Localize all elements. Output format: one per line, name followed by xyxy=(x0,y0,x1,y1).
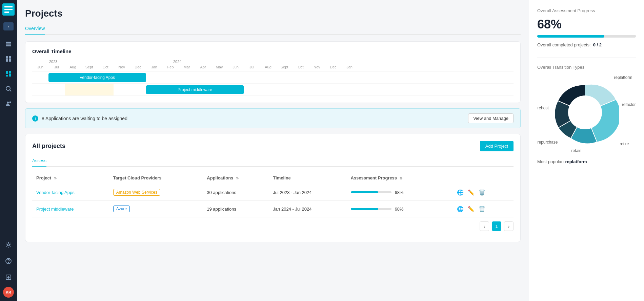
sidebar-item-dashboard[interactable] xyxy=(2,52,15,66)
sub-tab-bar: Assess xyxy=(32,155,514,167)
svg-rect-5 xyxy=(6,44,11,45)
svg-rect-12 xyxy=(9,71,11,73)
view-manage-button[interactable]: View and Manage xyxy=(468,113,514,123)
info-banner-left: i 8 Applications are waiting to be assig… xyxy=(32,115,127,122)
next-page-button[interactable]: › xyxy=(504,221,514,231)
right-panel: Overall Assessment Progress 68% Overall … xyxy=(529,0,644,301)
col-header-providers: Target Cloud Providers xyxy=(109,172,203,184)
sidebar-item-help[interactable] xyxy=(2,254,15,268)
sort-icon-apps[interactable]: ⇅ xyxy=(236,176,239,180)
info-icon: i xyxy=(32,115,38,122)
label-retire: retire xyxy=(620,142,629,146)
gantt-bar-middleware: Project middleware xyxy=(146,85,244,94)
sidebar-item-projects[interactable] xyxy=(2,67,15,81)
progress-cell-middleware: 68% xyxy=(347,201,453,217)
project-name-cell: Project middleware xyxy=(32,201,109,217)
gantt-bar-vendor: Vendor-facing Apps xyxy=(48,73,146,82)
project-name-cell: Vendor-facing Apps xyxy=(32,184,109,201)
sidebar-item-users[interactable] xyxy=(2,97,15,110)
tab-overview[interactable]: Overview xyxy=(25,23,45,35)
sidebar-item-search[interactable] xyxy=(2,82,15,95)
assessment-title: Overall Assessment Progress xyxy=(537,8,636,13)
assessment-percentage: 68% xyxy=(537,17,636,31)
user-avatar[interactable]: KR xyxy=(3,287,14,298)
project-link-vendor[interactable]: Vendor-facing Apps xyxy=(36,190,75,195)
month-headers: Jun Jul Aug Sept Oct Nov Dec Jan Feb Mar… xyxy=(32,64,514,71)
completed-label: Overall completed projects: 0 / 2 xyxy=(537,42,636,47)
svg-rect-11 xyxy=(6,71,8,74)
col-header-timeline: Timeline xyxy=(269,172,346,184)
add-project-button[interactable]: Add Project xyxy=(480,141,514,151)
pagination: ‹ 1 › xyxy=(32,217,514,235)
sidebar-item-settings[interactable] xyxy=(2,238,15,252)
timeline-title: Overall Timeline xyxy=(32,48,514,54)
provider-cell-vendor: Amazon Web Services xyxy=(109,184,203,201)
applications-cell-middleware: 19 applications xyxy=(203,201,269,217)
transition-section: Overall Transition Types xyxy=(537,65,636,164)
overall-progress-fill xyxy=(537,35,604,38)
sub-tab-assess[interactable]: Assess xyxy=(32,155,46,167)
table-row: Project middleware Azure 19 applications… xyxy=(32,201,514,217)
timeline-card: Overall Timeline 2023 2024 Jun Jul Aug S… xyxy=(25,41,521,103)
col-header-progress: Assessment Progress ⇅ xyxy=(347,172,453,184)
project-link-middleware[interactable]: Project middleware xyxy=(36,207,74,212)
svg-rect-10 xyxy=(9,59,11,62)
avatar-initials: KR xyxy=(6,290,11,294)
app-logo[interactable] xyxy=(2,3,15,16)
panel-divider xyxy=(537,58,636,58)
sidebar-item-layers[interactable] xyxy=(2,37,15,51)
svg-rect-7 xyxy=(6,56,8,59)
provider-tag-aws: Amazon Web Services xyxy=(113,189,160,196)
sidebar-bottom: KR xyxy=(2,238,15,298)
sidebar: › xyxy=(0,0,17,301)
chevron-right-icon: › xyxy=(8,24,9,29)
year-row: 2023 2024 xyxy=(32,60,514,64)
year-2024: 2024 xyxy=(146,60,358,64)
svg-rect-2 xyxy=(4,9,13,10)
svg-rect-9 xyxy=(6,59,8,62)
progress-pct-middleware: 68% xyxy=(395,207,407,212)
prev-page-button[interactable]: ‹ xyxy=(480,221,489,231)
most-popular-label: Most popular: replatform xyxy=(537,159,636,164)
actions-cell-vendor: 🌐 ✏️ 🗑️ xyxy=(453,184,514,201)
view-icon-middleware[interactable]: 🌐 xyxy=(457,206,464,212)
table-body: Vendor-facing Apps Amazon Web Services 3… xyxy=(32,184,514,217)
sort-icon-progress[interactable]: ⇅ xyxy=(400,176,402,180)
actions-cell-middleware: 🌐 ✏️ 🗑️ xyxy=(453,201,514,217)
projects-card: All projects Add Project Assess Project … xyxy=(25,134,521,242)
current-page-button[interactable]: 1 xyxy=(492,221,501,231)
svg-rect-3 xyxy=(4,12,9,13)
year-2023: 2023 xyxy=(32,60,146,64)
provider-tag-azure: Azure xyxy=(113,206,130,212)
label-retain: retain xyxy=(571,148,582,153)
svg-rect-8 xyxy=(9,56,11,59)
svg-line-16 xyxy=(10,90,12,92)
view-icon-vendor[interactable]: 🌐 xyxy=(457,189,464,196)
svg-point-17 xyxy=(7,102,9,104)
timeline-cell-vendor: Jul 2023 - Jan 2024 xyxy=(269,184,346,201)
sidebar-item-export[interactable] xyxy=(2,271,15,284)
edit-icon-vendor[interactable]: ✏️ xyxy=(468,189,475,196)
donut-chart-container: replatform rehost refactor retire retain… xyxy=(538,75,636,156)
progress-bar-middleware xyxy=(351,208,391,210)
sort-icon-project[interactable]: ⇅ xyxy=(54,176,57,180)
progress-pct-vendor: 68% xyxy=(395,190,407,195)
center-panel: Projects Overview Overall Timeline 2023 … xyxy=(17,0,529,301)
timeline-row-middleware: Project middleware xyxy=(32,84,514,96)
timeline-container: 2023 2024 Jun Jul Aug Sept Oct Nov Dec J… xyxy=(32,60,514,96)
delete-icon-vendor[interactable]: 🗑️ xyxy=(479,189,485,196)
sidebar-toggle[interactable]: › xyxy=(3,22,14,30)
delete-icon-middleware[interactable]: 🗑️ xyxy=(479,206,485,212)
svg-rect-14 xyxy=(9,73,11,77)
table-header-row: Project ⇅ Target Cloud Providers Applica… xyxy=(32,172,514,184)
timeline-row-vendor: Vendor-facing Apps xyxy=(32,71,514,84)
svg-point-15 xyxy=(6,86,10,90)
label-replatform: replatform xyxy=(614,75,632,80)
progress-fill-vendor xyxy=(351,191,379,193)
edit-icon-middleware[interactable]: ✏️ xyxy=(468,206,475,212)
overall-progress-bar xyxy=(537,35,636,38)
svg-point-19 xyxy=(7,244,9,246)
svg-rect-4 xyxy=(6,42,11,43)
svg-point-21 xyxy=(8,262,9,263)
provider-cell-middleware: Azure xyxy=(109,201,203,217)
